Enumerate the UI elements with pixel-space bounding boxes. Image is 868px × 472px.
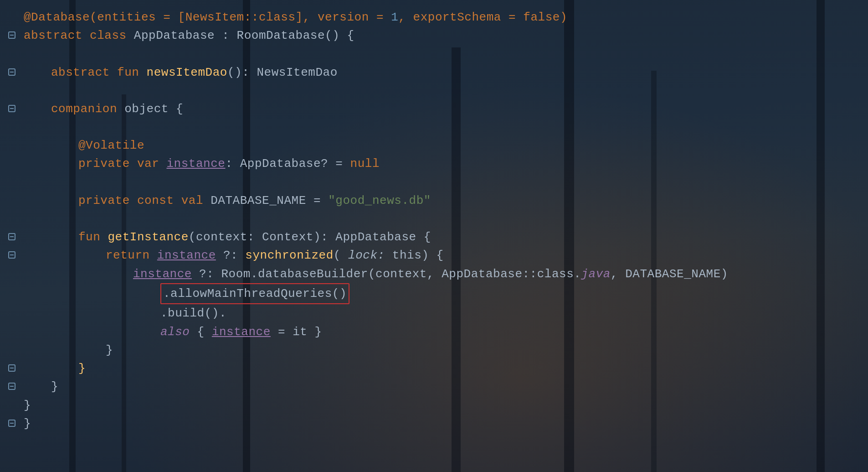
code-line: .build().	[0, 304, 868, 322]
code-token: companion	[51, 102, 124, 116]
line-content: instance ?: Room.databaseBuilder(context…	[24, 265, 868, 283]
code-token: synchronized	[245, 249, 333, 262]
line-content: }	[24, 396, 868, 415]
code-line	[0, 45, 868, 63]
code-editor: @Database(entities = [NewsItem::class], …	[0, 0, 868, 472]
line-gutter	[0, 105, 24, 112]
code-line: companion object {	[0, 100, 868, 118]
code-token: @Volatile	[78, 139, 144, 152]
code-token: abstract	[51, 66, 117, 79]
line-content: }	[24, 359, 868, 378]
line-content: @Volatile	[24, 136, 868, 155]
line-content: abstract class AppDatabase : RoomDatabas…	[24, 26, 868, 45]
code-token: private	[78, 194, 137, 207]
line-gutter	[0, 31, 24, 39]
line-gutter	[0, 383, 24, 390]
code-token: ?:	[216, 249, 246, 262]
code-line: }	[0, 415, 868, 433]
code-token: }	[78, 362, 86, 375]
fold-icon[interactable]	[8, 233, 15, 240]
code-token: )	[560, 10, 567, 24]
fold-icon[interactable]	[8, 420, 15, 427]
code-token: newsItemDao	[147, 66, 227, 79]
line-content: private var instance: AppDatabase? = nul…	[24, 155, 868, 173]
code-line	[0, 118, 868, 136]
line-content: .allowMainThreadQueries()	[24, 283, 868, 304]
code-token: }	[24, 399, 31, 412]
code-line: fun getInstance(context: Context): AppDa…	[0, 228, 868, 246]
line-content: abstract fun newsItemDao(): NewsItemDao	[24, 63, 868, 82]
line-gutter	[0, 364, 24, 372]
code-token: java	[581, 267, 611, 281]
line-content: companion object {	[24, 100, 868, 118]
line-content: }	[24, 415, 868, 433]
code-token: instance	[166, 157, 225, 171]
line-content: also { instance = it }	[24, 323, 868, 341]
code-token: const	[137, 194, 181, 207]
code-token: {	[190, 325, 212, 339]
line-content: }	[24, 378, 868, 396]
line-content: private const val DATABASE_NAME = "good_…	[24, 192, 868, 210]
code-token: .allowMainThreadQueries()	[160, 287, 349, 301]
code-token: instance	[133, 267, 192, 281]
line-gutter	[0, 233, 24, 240]
code-token: DATABASE_NAME =	[211, 194, 328, 207]
fold-icon[interactable]	[8, 251, 15, 259]
code-token: fun	[117, 66, 147, 79]
code-token: abstract	[24, 29, 90, 42]
code-line: private var instance: AppDatabase? = nul…	[0, 155, 868, 173]
code-token: @Database(entities = [NewsItem::class], …	[24, 10, 391, 24]
code-token: (	[334, 249, 348, 262]
code-token: lock:	[348, 249, 385, 262]
code-token: , DATABASE_NAME)	[611, 267, 728, 281]
code-line: @Database(entities = [NewsItem::class], …	[0, 8, 868, 26]
line-content: }	[24, 341, 868, 359]
code-token: (): NewsItemDao	[227, 66, 338, 79]
code-token: .build().	[160, 306, 226, 320]
code-line	[0, 173, 868, 192]
code-line: return instance ?: synchronized( lock: t…	[0, 246, 868, 265]
code-token: false	[523, 10, 560, 24]
code-token: 1	[391, 10, 398, 24]
code-token: "good_news.db"	[328, 194, 431, 207]
code-token: ?: Room.databaseBuilder(context, AppData…	[192, 267, 581, 281]
code-token: this) {	[385, 249, 444, 262]
code-token: (context: Context): AppDatabase {	[189, 230, 431, 244]
code-token: AppDatabase : RoomDatabase() {	[134, 29, 354, 42]
line-content: @Database(entities = [NewsItem::class], …	[24, 8, 868, 26]
code-line	[0, 82, 868, 100]
code-token: }	[106, 343, 113, 357]
code-token: = it }	[271, 325, 322, 339]
code-line: abstract class AppDatabase : RoomDatabas…	[0, 26, 868, 45]
code-line: }	[0, 341, 868, 359]
code-token: getInstance	[108, 230, 189, 244]
fold-icon[interactable]	[8, 31, 15, 39]
code-line: .allowMainThreadQueries()	[0, 283, 868, 304]
fold-icon[interactable]	[8, 364, 15, 372]
fold-icon[interactable]	[8, 68, 15, 76]
line-content: fun getInstance(context: Context): AppDa…	[24, 228, 868, 246]
line-gutter	[0, 68, 24, 76]
code-token: null	[350, 157, 380, 171]
code-token: , exportSchema =	[398, 10, 523, 24]
code-line: }	[0, 359, 868, 378]
code-line: @Volatile	[0, 136, 868, 155]
code-token: private	[78, 157, 137, 171]
line-gutter	[0, 251, 24, 259]
code-token: instance	[157, 249, 216, 262]
code-line: private const val DATABASE_NAME = "good_…	[0, 192, 868, 210]
line-content: return instance ?: synchronized( lock: t…	[24, 246, 868, 265]
highlighted-call: .allowMainThreadQueries()	[160, 283, 349, 304]
code-token: }	[51, 380, 58, 394]
code-token: object {	[124, 102, 183, 116]
fold-icon[interactable]	[8, 383, 15, 390]
code-line	[0, 210, 868, 228]
code-token: : AppDatabase? =	[225, 157, 350, 171]
code-line: }	[0, 396, 868, 415]
code-token: var	[137, 157, 167, 171]
code-token: class	[90, 29, 134, 42]
code-token: }	[24, 417, 31, 431]
code-line: also { instance = it }	[0, 323, 868, 341]
code-token: return	[106, 249, 157, 262]
fold-icon[interactable]	[8, 105, 15, 112]
